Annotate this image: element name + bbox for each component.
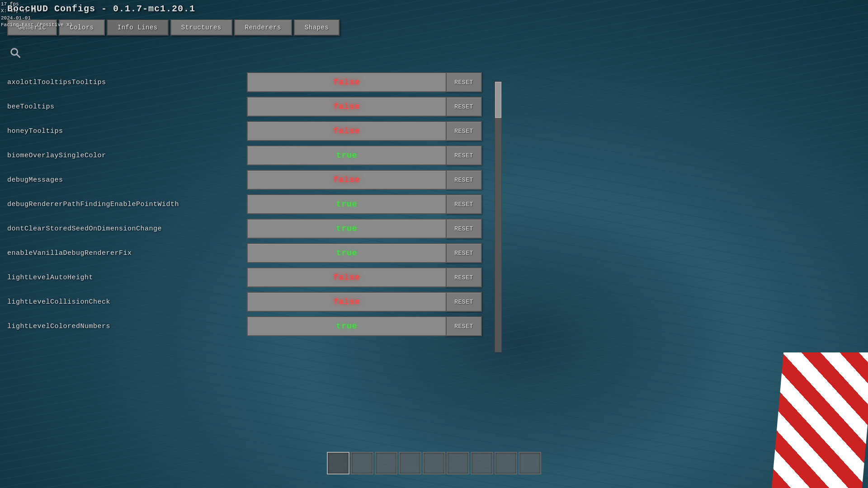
reset-axolotl[interactable]: RESET	[446, 72, 482, 92]
config-row-honey: honeyTooltips false RESET	[7, 119, 490, 143]
reset-collision[interactable]: RESET	[446, 292, 482, 312]
config-label-pathfind: debugRendererPathFindingEnablePointWidth	[7, 201, 247, 208]
hotbar-slot-2[interactable]	[351, 452, 373, 474]
ui-panel: BoccHUD Configs - 0.1.7-mc1.20.1 Generic…	[0, 0, 497, 488]
config-label-colored: lightLevelColoredNumbers	[7, 323, 247, 330]
config-row-bee: beeTooltips false RESET	[7, 95, 490, 118]
config-label-debug: debugMessages	[7, 176, 247, 184]
hotbar-slot-9[interactable]	[519, 452, 541, 474]
config-value-honey[interactable]: false	[247, 121, 446, 141]
reset-colored[interactable]: RESET	[446, 316, 482, 336]
hotbar	[327, 452, 541, 474]
hotbar-slot-1[interactable]	[327, 452, 349, 474]
reset-seed[interactable]: RESET	[446, 219, 482, 239]
coords-display: X: 47, Y: 71	[1, 8, 72, 14]
svg-line-1	[17, 54, 20, 58]
config-row-collision: lightLevelCollisionCheck false RESET	[7, 290, 490, 314]
hud-overlay: 17 fps X: 47, Y: 71 2024-01-01 Facing Ea…	[1, 1, 72, 29]
tab-info-lines[interactable]: Info Lines	[107, 19, 169, 36]
reset-pathfind[interactable]: RESET	[446, 194, 482, 214]
hotbar-slot-6[interactable]	[447, 452, 469, 474]
game-structure	[732, 330, 868, 488]
config-label-biome: biomeOverlaySingleColor	[7, 152, 247, 160]
config-label-seed: dontClearStoredSeedOnDimensionChange	[7, 225, 247, 233]
hotbar-slot-8[interactable]	[495, 452, 517, 474]
tab-structures[interactable]: Structures	[170, 19, 232, 36]
tab-bar: Generic Colors Info Lines Structures Ren…	[7, 19, 490, 36]
hotbar-slot-7[interactable]	[471, 452, 493, 474]
config-row-axolotl: axolotlTooltipsTooltips false RESET	[7, 70, 490, 94]
reset-honey[interactable]: RESET	[446, 121, 482, 141]
reset-bee[interactable]: RESET	[446, 97, 482, 117]
svg-point-0	[11, 49, 18, 55]
config-label-axolotl: axolotlTooltipsTooltips	[7, 79, 247, 86]
config-row-vanilla: enableVanillaDebugRendererFix true RESET	[7, 241, 490, 265]
date-display: 2024-01-01	[1, 15, 72, 22]
reset-biome[interactable]: RESET	[446, 145, 482, 165]
tab-shapes[interactable]: Shapes	[294, 19, 340, 36]
config-value-bee[interactable]: false	[247, 97, 446, 117]
config-row-seed: dontClearStoredSeedOnDimensionChange tru…	[7, 217, 490, 240]
config-value-debug[interactable]: false	[247, 170, 446, 190]
app-title: BoccHUD Configs - 0.1.7-mc1.20.1	[7, 4, 490, 14]
config-label-vanilla: enableVanillaDebugRendererFix	[7, 249, 247, 257]
config-row-colored: lightLevelColoredNumbers true RESET	[7, 314, 490, 338]
hotbar-slot-4[interactable]	[399, 452, 421, 474]
scrollbar-thumb[interactable]	[495, 82, 501, 118]
config-value-autoheight[interactable]: false	[247, 267, 446, 287]
config-value-seed[interactable]: true	[247, 219, 446, 239]
config-label-collision: lightLevelCollisionCheck	[7, 298, 247, 306]
search-area	[7, 45, 490, 63]
fps-display: 17 fps	[1, 1, 72, 8]
config-value-pathfind[interactable]: true	[247, 194, 446, 214]
reset-autoheight[interactable]: RESET	[446, 267, 482, 287]
hotbar-slot-5[interactable]	[423, 452, 445, 474]
scrollbar[interactable]	[495, 81, 502, 352]
config-row-autoheight: lightLevelAutoHeight false RESET	[7, 266, 490, 289]
tab-renderers[interactable]: Renderers	[234, 19, 292, 36]
config-label-bee: beeTooltips	[7, 103, 247, 111]
config-value-collision[interactable]: false	[247, 292, 446, 312]
config-row-biome: biomeOverlaySingleColor true RESET	[7, 144, 490, 167]
config-label-honey: honeyTooltips	[7, 127, 247, 135]
config-value-vanilla[interactable]: true	[247, 243, 446, 263]
config-list: axolotlTooltipsTooltips false RESET beeT…	[7, 70, 490, 338]
facing-display: Facing East (Positive X)	[1, 22, 72, 28]
config-label-autoheight: lightLevelAutoHeight	[7, 274, 247, 282]
config-value-biome[interactable]: true	[247, 145, 446, 165]
reset-vanilla[interactable]: RESET	[446, 243, 482, 263]
hotbar-slot-3[interactable]	[375, 452, 397, 474]
config-row-debug: debugMessages false RESET	[7, 168, 490, 192]
config-row-pathfind: debugRendererPathFindingEnablePointWidth…	[7, 192, 490, 216]
config-value-axolotl[interactable]: false	[247, 72, 446, 92]
config-value-colored[interactable]: true	[247, 316, 446, 336]
reset-debug[interactable]: RESET	[446, 170, 482, 190]
search-icon[interactable]	[9, 47, 22, 59]
